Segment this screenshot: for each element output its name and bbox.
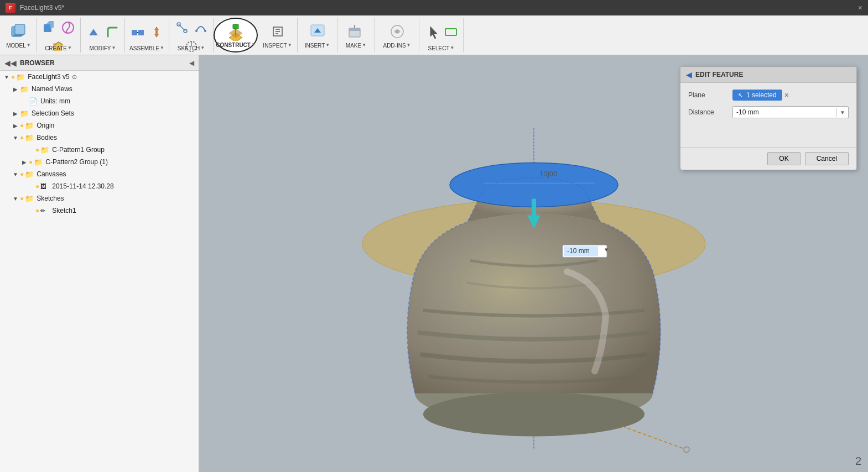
svg-point-15: [204, 30, 206, 32]
window-title: FaceLight3 v5*: [20, 4, 64, 12]
distance-dropdown-arrow[interactable]: ▼: [836, 108, 848, 117]
sketch-arc-icon[interactable]: [192, 19, 210, 36]
cpattern2-label: C-Pattern2 Group (1): [45, 158, 108, 166]
create-label: CREATE: [45, 45, 67, 51]
cursor-icon: ↖: [738, 92, 743, 99]
toolbar: MODEL ▼ CREATE ▼ MODIFY ▼: [0, 15, 868, 55]
tree-canvas-date[interactable]: ▶ ● 🖼 2015-11-14 12.30.28: [0, 180, 199, 192]
model-icon: [9, 22, 29, 41]
plane-selected-badge[interactable]: ↖ 1 selected: [732, 90, 782, 101]
root-active-icon: ⊙: [72, 74, 77, 81]
bodies-folder-icon: 📁: [25, 134, 35, 142]
close-button[interactable]: ×: [858, 3, 862, 12]
svg-line-13: [179, 24, 185, 31]
toolbar-sketch[interactable]: SKETCH ▼: [169, 18, 214, 53]
named-views-chevron: ▶: [11, 86, 20, 92]
create-revolve-icon[interactable]: [59, 19, 77, 36]
edit-feature-panel: ◀ EDIT FEATURE Plane ↖ 1 selected × Dist…: [680, 66, 857, 170]
selection-sets-folder-icon: 📁: [20, 109, 30, 118]
sketches-label: Sketches: [37, 195, 64, 202]
tree-root[interactable]: ▼ ● 📁 FaceLight3 v5 ⊙: [0, 71, 199, 83]
origin-visibility-icon[interactable]: ●: [20, 122, 24, 129]
canvases-visibility-icon[interactable]: ●: [20, 170, 24, 178]
sketches-visibility-icon[interactable]: ●: [20, 195, 24, 202]
browser-header: ◀◀ BROWSER ◀: [0, 55, 199, 71]
svg-rect-7: [132, 30, 137, 35]
svg-point-5: [63, 22, 74, 33]
sketch-line-icon[interactable]: [173, 19, 191, 36]
root-chevron: ▼: [2, 74, 11, 80]
origin-folder-icon: 📁: [25, 122, 35, 130]
selection-sets-label: Selection Sets: [32, 109, 74, 117]
page-number: 2: [855, 455, 861, 468]
assemble-label: ASSEMBLE: [129, 45, 159, 51]
tree-selection-sets[interactable]: ▶ 📁 Selection Sets: [0, 107, 199, 119]
canvases-chevron: ▼: [11, 171, 20, 177]
assemble-joint-icon[interactable]: [129, 23, 147, 41]
modify-fillet-icon[interactable]: [103, 23, 121, 41]
tree-cpattern1[interactable]: ▶ ● 📁 C-Pattern1 Group: [0, 144, 199, 156]
svg-text:-10 mm: -10 mm: [567, 247, 590, 255]
plane-label: Plane: [688, 91, 732, 99]
tree-canvases[interactable]: ▼ ● 📁 Canvases: [0, 168, 199, 180]
selection-sets-chevron: ▶: [11, 111, 20, 117]
cancel-button[interactable]: Cancel: [805, 152, 849, 165]
distance-input-wrap: ▼: [732, 106, 849, 118]
svg-point-14: [195, 30, 197, 32]
edit-feature-title: EDIT FEATURE: [695, 71, 743, 78]
tree-units[interactable]: ▶ 📄 Units: mm: [0, 95, 199, 107]
model-label: MODEL: [6, 43, 26, 49]
toolbar-assemble[interactable]: ASSEMBLE ▼: [125, 18, 169, 53]
ef-spacer: [688, 124, 849, 140]
tree-sketch1[interactable]: ▶ ● ✏ Sketch1: [0, 204, 199, 217]
toolbar-construct[interactable]: CONSTRUCT ▼: [214, 18, 258, 53]
toolbar-inspect[interactable]: INSPECT ▼: [258, 18, 298, 53]
canvas-date-label: 2015-11-14 12.30.28: [52, 182, 113, 190]
tree-origin[interactable]: ▶ ● 📁 Origin: [0, 119, 199, 132]
sketch1-visibility-icon[interactable]: ●: [35, 207, 39, 214]
inspect-icon: [268, 22, 288, 41]
toolbar-model[interactable]: MODEL ▼: [1, 18, 37, 53]
tree-sketches[interactable]: ▼ ● 📁 Sketches: [0, 192, 199, 204]
distance-row: Distance ▼: [688, 106, 849, 118]
toolbar-create[interactable]: CREATE ▼: [37, 18, 81, 53]
select-icon[interactable]: [426, 23, 444, 41]
inspect-label: INSPECT: [263, 43, 287, 49]
edit-feature-footer: OK Cancel: [680, 147, 856, 170]
title-bar: F FaceLight3 v5* ×: [0, 0, 868, 15]
tree-named-views[interactable]: ▶ 📁 Named Views: [0, 83, 199, 95]
browser-collapse-button[interactable]: ◀: [189, 59, 194, 67]
browser-back-arrow[interactable]: ◀◀: [4, 59, 17, 67]
modify-press-icon[interactable]: [85, 23, 102, 41]
toolbar-make[interactable]: MAKE ▼: [337, 18, 375, 53]
create-extrude-icon[interactable]: [40, 19, 58, 36]
browser-title: BROWSER: [20, 59, 189, 67]
distance-input[interactable]: [733, 107, 836, 118]
insert-label: INSERT: [305, 43, 325, 49]
cpattern2-visibility-icon[interactable]: ●: [29, 158, 33, 166]
ok-button[interactable]: OK: [767, 152, 800, 165]
canvas-date-visibility-icon[interactable]: ●: [35, 182, 39, 190]
cpattern1-folder-icon: 📁: [40, 146, 50, 154]
toolbar-select[interactable]: SELECT ▼: [419, 18, 464, 53]
bodies-visibility-icon[interactable]: ●: [20, 134, 24, 141]
origin-label: Origin: [37, 122, 54, 129]
edit-feature-body: Plane ↖ 1 selected × Distance ▼: [680, 83, 856, 147]
assemble-move-icon[interactable]: [148, 23, 165, 41]
root-visibility-icon[interactable]: ●: [11, 73, 15, 81]
sketch1-label: Sketch1: [52, 207, 76, 214]
toolbar-insert[interactable]: INSERT ▼: [298, 18, 337, 53]
toolbar-modify[interactable]: MODIFY ▼: [81, 18, 125, 53]
svg-marker-10: [154, 27, 159, 38]
svg-point-36: [423, 392, 644, 436]
origin-chevron: ▶: [11, 123, 20, 129]
plane-clear-button[interactable]: ×: [784, 91, 789, 99]
toolbar-addins[interactable]: ADD-INS ▼: [375, 18, 419, 53]
cpattern1-visibility-icon[interactable]: ●: [35, 146, 39, 154]
tree-bodies[interactable]: ▼ ● 📁 Bodies: [0, 132, 199, 144]
insert-icon: [308, 22, 328, 41]
tree-cpattern2[interactable]: ▶ ● 📁 C-Pattern2 Group (1): [0, 156, 199, 168]
sketch-label: SKETCH: [178, 45, 200, 51]
canvas-date-icon: 🖼: [40, 183, 50, 190]
sketches-chevron: ▼: [11, 196, 20, 202]
